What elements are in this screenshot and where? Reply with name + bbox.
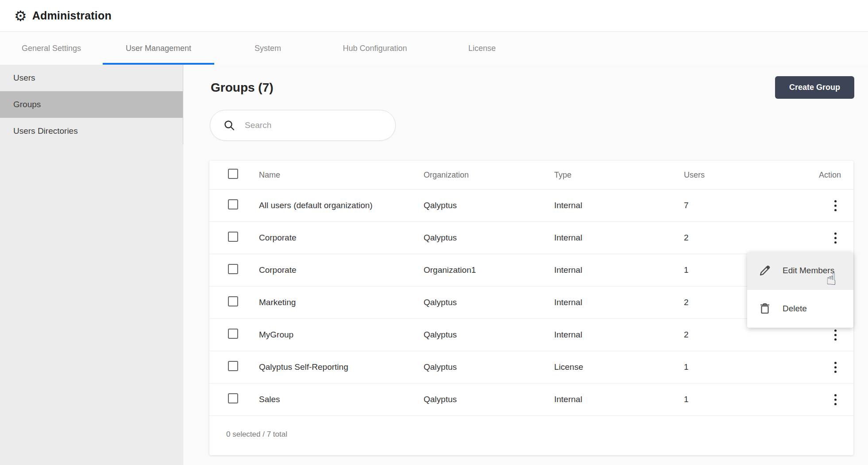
table-header-row: Name Organization Type Users Action xyxy=(209,161,853,190)
cell-users: 2 xyxy=(684,330,814,340)
search-icon xyxy=(224,120,235,131)
column-header-name: Name xyxy=(259,170,424,180)
cell-organization: Qalyptus xyxy=(424,233,554,243)
page-title: Administration xyxy=(32,9,112,22)
top-tabbar: General Settings User Management System … xyxy=(0,32,868,65)
row-actions-kebab-icon[interactable] xyxy=(830,230,841,246)
cell-type: Internal xyxy=(554,330,684,340)
cell-organization: Organization1 xyxy=(424,265,554,275)
tab-user-management[interactable]: User Management xyxy=(103,32,214,65)
column-header-users: Users xyxy=(684,170,814,180)
cell-name: Qalyptus Self-Reporting xyxy=(259,362,424,372)
tab-general-settings[interactable]: General Settings xyxy=(0,32,103,65)
column-header-type: Type xyxy=(554,170,684,180)
cell-users: 2 xyxy=(684,233,814,243)
table-row: All users (default organization) Qalyptu… xyxy=(209,190,853,222)
row-actions-menu: Edit Members Delete xyxy=(747,252,853,328)
cell-type: Internal xyxy=(554,233,684,243)
cell-name: Marketing xyxy=(259,298,424,307)
column-header-action: Action xyxy=(814,170,841,180)
select-all-checkbox[interactable] xyxy=(228,169,238,179)
cell-type: Internal xyxy=(554,201,684,210)
create-group-button[interactable]: Create Group xyxy=(775,76,854,99)
sidebar-item-users-directories[interactable]: Users Directories xyxy=(0,118,183,144)
cell-type: Internal xyxy=(554,265,684,275)
row-actions-kebab-icon[interactable] xyxy=(830,359,841,376)
selection-summary: 0 selected / 7 total xyxy=(209,416,853,453)
row-checkbox[interactable] xyxy=(228,232,238,242)
cell-name: Corporate xyxy=(259,265,424,275)
table-row: Corporate Qalyptus Internal 2 xyxy=(209,222,853,254)
sidebar-item-users[interactable]: Users xyxy=(0,65,183,91)
app-header: ⚙ Administration xyxy=(0,0,868,32)
cell-organization: Qalyptus xyxy=(424,362,554,372)
cell-name: All users (default organization) xyxy=(259,201,424,210)
cell-name: Sales xyxy=(259,395,424,404)
row-actions-kebab-icon[interactable] xyxy=(830,327,841,343)
row-actions-kebab-icon[interactable] xyxy=(830,198,841,214)
gear-icon: ⚙ xyxy=(14,9,27,23)
menu-item-label: Delete xyxy=(783,304,807,314)
table-row: Sales Qalyptus Internal 1 xyxy=(209,384,853,416)
pointer-cursor-icon: ☝ xyxy=(826,269,836,289)
row-checkbox[interactable] xyxy=(228,199,238,209)
main-content: Groups (7) Create Group Name Organizatio… xyxy=(183,65,868,465)
search-box xyxy=(210,110,396,141)
sidebar-items: Users Groups Users Directories xyxy=(0,65,183,144)
cell-type: License xyxy=(554,362,684,372)
menu-item-delete[interactable]: Delete xyxy=(747,290,853,327)
cell-name: MyGroup xyxy=(259,330,424,340)
row-checkbox[interactable] xyxy=(228,329,238,339)
search-input[interactable] xyxy=(245,120,386,130)
cell-organization: Qalyptus xyxy=(424,201,554,210)
tab-hub-configuration[interactable]: Hub Configuration xyxy=(321,32,428,65)
tab-license[interactable]: License xyxy=(428,32,536,65)
cell-type: Internal xyxy=(554,395,684,404)
cell-users: 7 xyxy=(684,201,814,210)
cell-name: Corporate xyxy=(259,233,424,243)
tab-system[interactable]: System xyxy=(214,32,321,65)
cell-organization: Qalyptus xyxy=(424,298,554,307)
sidebar-item-groups[interactable]: Groups xyxy=(0,91,183,118)
row-checkbox[interactable] xyxy=(228,296,238,306)
sidebar: Users Groups Users Directories xyxy=(0,65,183,465)
row-checkbox[interactable] xyxy=(228,264,238,274)
cell-type: Internal xyxy=(554,298,684,307)
cell-users: 1 xyxy=(684,395,814,404)
menu-item-edit-members[interactable]: Edit Members xyxy=(747,252,853,290)
trash-icon xyxy=(759,302,771,315)
cell-organization: Qalyptus xyxy=(424,395,554,404)
groups-heading: Groups (7) xyxy=(211,81,274,95)
row-actions-kebab-icon[interactable] xyxy=(830,391,841,408)
row-checkbox[interactable] xyxy=(228,361,238,371)
pencil-icon xyxy=(759,264,771,277)
cell-users: 1 xyxy=(684,362,814,372)
cell-organization: Qalyptus xyxy=(424,330,554,340)
row-checkbox[interactable] xyxy=(228,393,238,403)
column-header-organization: Organization xyxy=(424,170,554,180)
table-row: Qalyptus Self-Reporting Qalyptus License… xyxy=(209,351,853,384)
